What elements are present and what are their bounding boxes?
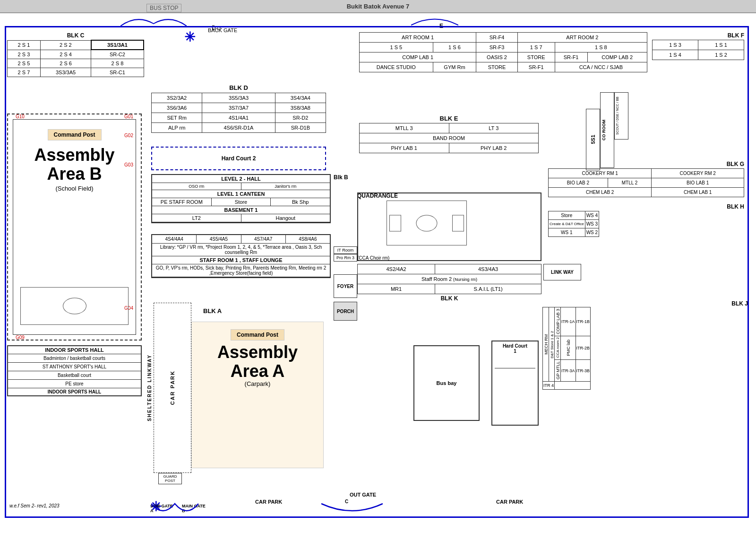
gp-mtll: GP MTLL: [555, 360, 561, 381]
table-row: ALP rm 4S6/SR-D1A SR-D1B: [152, 123, 326, 133]
go-note: GO, P, VP's rm, HODs, Sick bay, Printing…: [152, 264, 330, 277]
table-cell: ALP rm: [152, 123, 202, 133]
table-cell: PHY LAB 1: [360, 143, 449, 153]
blk-e: BLK E MTLL 3 LT 3 BAND ROOM PHY LAB 1 PH…: [359, 115, 539, 153]
top-right-block: ART ROOM 1 SR-F4 ART ROOM 2 1 S 5 1 S 6 …: [359, 32, 647, 72]
car-park-bottom-label: CAR PARK: [255, 499, 282, 505]
itr4-label: [555, 381, 591, 389]
assembly-area-a: Command Post Assembly Area A (Carpark): [191, 322, 324, 468]
assembly-area-b: G10 G01 G02 G03 G04 G09 Command Post Ass…: [7, 114, 142, 341]
table-cell: 2 S 1: [8, 40, 41, 50]
table-cell: SR-C1: [91, 68, 144, 77]
co-room-block: CO ROOM: [600, 92, 614, 168]
table-row: MTLL 3 LT 3: [360, 123, 539, 133]
blk-k-table: 4S2/4A2 4S3/4A3 Staff Room 2 (Nursing rm…: [357, 264, 541, 294]
car-park-left: CAR PARK: [154, 303, 191, 473]
lt2: LT2: [152, 214, 241, 222]
blk-j-table: MECH RM D&T Store 1 & 2 COMP LAB 3 ITR-1…: [542, 307, 591, 390]
blk-g: BLK G COOKERY RM 1 COOKERY RM 2 BIO LAB …: [548, 161, 744, 197]
top-gate-decoration-right: [411, 13, 458, 27]
table-row: Create & D&T Office WS 3: [549, 220, 599, 228]
bio-lab-2: BIO LAB 2: [549, 178, 608, 188]
top-gate-decoration-left: [120, 14, 187, 28]
table-cell: 2 S 5: [8, 59, 41, 68]
comp-lab-2: COMP LAB 2: [587, 52, 647, 62]
blk-d-title: BLK D: [151, 84, 326, 91]
store2: STORE: [476, 62, 518, 72]
art-room-2: ART ROOM 2: [517, 33, 647, 43]
assembly-b-line2: Area B: [13, 165, 136, 183]
assembly-b-inner: G10 G01 G02 G03 G04 G09 Command Post Ass…: [13, 119, 136, 335]
assembly-text-a: Assembly Area A (Carpark): [192, 343, 323, 387]
1s7: 1 S 7: [517, 43, 555, 52]
itr-3a: ITR-3A: [561, 360, 576, 381]
ws3: WS 3: [585, 220, 599, 228]
table-cell: 4S1/4A1: [202, 113, 275, 123]
table-cell: 3S8/3A8: [275, 103, 326, 113]
g01-label: G01: [124, 114, 133, 119]
rooms-row: 4S4/4A4 4S5/4A5 4S7/4A7 4S8/4A6: [152, 235, 330, 244]
table-cell: 4S2/4A2: [358, 264, 435, 274]
cookery-rm-1: COOKERY RM 1: [549, 169, 652, 178]
table-row: BAND ROOM: [360, 133, 539, 143]
table-row: Store WS 4: [549, 211, 599, 220]
assembly-a-line2: Area A: [192, 362, 323, 381]
car-park-right-label: CAR PARK: [496, 499, 523, 505]
bottom-gate-decoration-left: [151, 499, 198, 518]
foyer: FOYER: [334, 274, 357, 298]
table-cell: 2 S 4: [40, 50, 91, 59]
1s5: 1 S 5: [360, 43, 433, 52]
ws2: WS 2: [585, 228, 599, 237]
indoor-sports-title: INDOOR SPORTS HALL: [8, 346, 141, 354]
1s4: 1 S 4: [653, 50, 698, 60]
art-room-1: ART ROOM 1: [360, 33, 476, 43]
quad-right-box: [452, 215, 464, 231]
indoor-sports-row-1: Badminton / basketball courts: [8, 354, 141, 363]
table-cell: 4S6/SR-D1A: [202, 123, 275, 133]
table-row: DANCE STUDIO GYM Rm STORE SR-F1 CCA / NC…: [360, 62, 647, 72]
command-post-b: Command Post: [47, 129, 101, 140]
hard-court-1: Hard Court1: [491, 341, 539, 426]
scout-text: SCOUT / DSE / NCC / BB: [615, 93, 620, 139]
table-row: 1 S 4 1 S 2: [653, 50, 744, 60]
blk-c-table: 2 S 1 2 S 2 3S1/3A1 2 S 3 2 S 4 SR-C2 2 …: [7, 40, 144, 77]
level1-canteen: LEVEL 1 CANTEEN: [152, 190, 330, 198]
table-row: SET Rm 4S1/4A1 SR-D2: [152, 113, 326, 123]
bio-lab-1: BIO LAB 1: [652, 178, 744, 188]
chem-lab-2: CHEM LAB 2: [549, 188, 652, 197]
pe-staff-row: PE STAFF ROOM Store Bk Shp: [152, 198, 330, 206]
sail: S.A.I.L (LT1): [435, 284, 541, 294]
indoor-sports-hall: INDOOR SPORTS HALL Badminton / basketbal…: [7, 345, 142, 396]
blk-k-title: BLK K: [357, 295, 541, 302]
quad-court: [387, 201, 467, 245]
table-row: 2 S 5 2 S 6 2 S 8: [8, 59, 144, 68]
room-4s7: 4S7/4A7: [241, 235, 286, 243]
itr-1a: ITR-1A: [561, 307, 576, 336]
lt2-hangout-row: LT2 Hangout: [152, 214, 330, 222]
g10-label: G10: [16, 114, 25, 119]
blk-c: BLK C 2 S 1 2 S 2 3S1/3A1 2 S 3 2 S 4 SR…: [7, 32, 144, 77]
blk-j: BLK J MECH RM D&T Store 1 & 2 COMP LAB 3…: [542, 300, 748, 390]
table-cell: SET Rm: [152, 113, 202, 123]
dt-store: D&T Store 1 & 2: [549, 307, 555, 382]
pe-staff-room: PE STAFF ROOM: [152, 198, 212, 206]
table-row: 1 S 3 1 S 1: [653, 40, 744, 50]
assembly-b-line1: Assembly: [13, 146, 136, 165]
create-dbt: Create & D&T Office: [549, 220, 585, 228]
bk-shp: Bk Shp: [271, 198, 330, 206]
comp-lab-3: COMP LAB 3: [555, 307, 561, 336]
s51-text: 5S1: [590, 135, 596, 144]
itr-1b: ITR-1B: [576, 307, 591, 336]
blk-d-table: 3S2/3A2 3S5/3A3 3S4/3A4 3S6/3A6 3S7/3A7 …: [151, 93, 326, 133]
table-row: ITR 4: [543, 381, 591, 389]
table-row: ART ROOM 1 SR-F4 ART ROOM 2: [360, 33, 647, 43]
indoor-sports-row-3: Basketball court: [8, 371, 141, 380]
1s3: 1 S 3: [653, 40, 698, 50]
room-4s4: 4S4/4A4: [152, 235, 197, 243]
blk-a-label: BLK A: [203, 307, 222, 315]
blk-f-table: 1 S 3 1 S 1 1 S 4 1 S 2: [652, 40, 744, 60]
indoor-sports-row-4: PE store: [8, 380, 141, 388]
cca-ncc: CCA / NCC / SJAB: [555, 62, 647, 72]
sr-f1b: SR-F1: [517, 62, 555, 72]
room-4s8: 4S8/4A6: [286, 235, 330, 243]
